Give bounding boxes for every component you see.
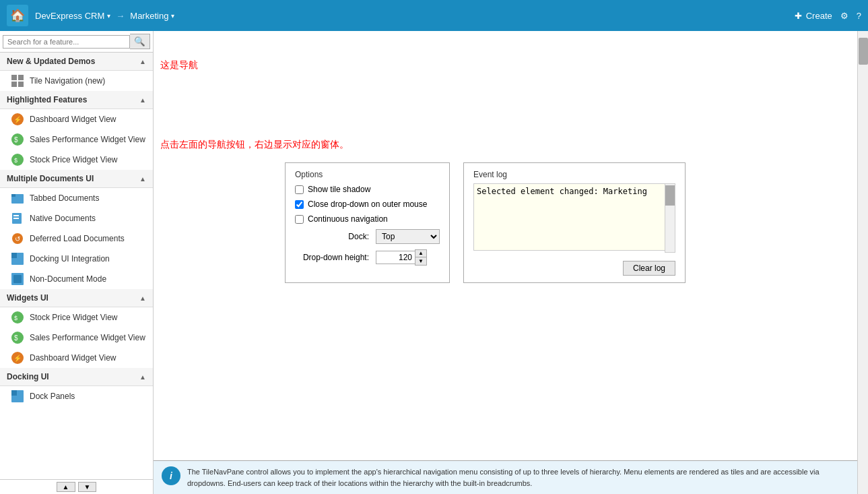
close-dropdown-row: Close drop-down on outer mouse	[295, 199, 440, 209]
dock-select[interactable]: Top Bottom Left Right	[376, 229, 440, 244]
sidebar-item-native-documents[interactable]: Native Documents	[0, 208, 153, 228]
clear-log-button[interactable]: Clear log	[623, 261, 675, 276]
svg-rect-1	[18, 75, 24, 80]
sidebar-item-stock-price-widget[interactable]: $ Stock Price Widget View	[0, 307, 153, 328]
spin-down[interactable]: ▼	[415, 257, 426, 265]
svg-rect-14	[13, 218, 19, 219]
app-header: 🏠 DevExpress CRM ▾ → Marketing ▾ ✚ Creat…	[0, 0, 868, 31]
sidebar-item-dashboard-widget[interactable]: ⚡ Dashboard Widget View	[0, 348, 153, 368]
main-layout: 🔍 New & Updated Demos ▲ Tile Navigation …	[0, 31, 868, 494]
section-label-highlighted: Highlighted Features	[7, 95, 87, 104]
event-log-textarea[interactable]	[473, 183, 675, 251]
sidebar-section-highlighted: Highlighted Features ▲ ⚡ Dashboard Widge…	[0, 91, 153, 170]
dock-panels-label: Dock Panels	[30, 392, 75, 401]
search-bar: 🔍	[0, 31, 153, 53]
sidebar-section-header-docking-ui[interactable]: Docking UI ▲	[0, 368, 153, 386]
sidebar-item-docking-ui[interactable]: Docking UI Integration	[0, 249, 153, 269]
dropdown-height-row: Drop-down height: 120 ▲ ▼	[295, 249, 440, 266]
docking-ui-label: Docking UI Integration	[30, 254, 110, 264]
event-log-content-wrap	[473, 183, 675, 253]
marketing-caret-icon: ▾	[171, 12, 174, 20]
native-documents-label: Native Documents	[30, 214, 96, 223]
sidebar-section-header-multiple-docs[interactable]: Multiple Documents UI ▲	[0, 170, 153, 188]
spin-up[interactable]: ▲	[415, 250, 426, 257]
info-bar: i The TileNavPane control allows you to …	[154, 460, 857, 494]
tabbed-documents-label: Tabbed Documents	[30, 193, 99, 203]
dashboard-widget-icon: ⚡	[11, 351, 24, 365]
collapse-icon-highlighted: ▲	[139, 96, 146, 104]
sales-performance-widget-label: Sales Performance Widget View	[30, 333, 145, 342]
continuous-nav-row: Continuous navigation	[295, 214, 440, 224]
sidebar-item-sales-performance-widget[interactable]: $ Sales Performance Widget View	[0, 328, 153, 348]
sidebar-item-dock-panels[interactable]: Dock Panels	[0, 386, 153, 406]
sidebar-item-stock-price-view[interactable]: $ Stock Price Widget View	[0, 150, 153, 170]
sidebar-item-non-document[interactable]: Non-Document Mode	[0, 269, 153, 289]
show-tile-shadow-checkbox[interactable]	[295, 185, 304, 194]
svg-rect-28	[11, 390, 17, 396]
native-icon	[11, 212, 24, 225]
create-icon: ✚	[795, 11, 802, 21]
sidebar-bottom: ▲ ▼	[0, 479, 153, 494]
sidebar-item-tabbed-documents[interactable]: Tabbed Documents	[0, 188, 153, 208]
tools-icon: ⚙	[840, 11, 848, 21]
non-document-label: Non-Document Mode	[30, 274, 106, 284]
sidebar-section-docking-ui: Docking UI ▲ Dock Panels	[0, 368, 153, 406]
stock-icon: $	[11, 153, 24, 166]
svg-text:⚡: ⚡	[13, 354, 22, 363]
dock-panels-icon	[11, 390, 24, 403]
show-tile-shadow-row: Show tile shadow	[295, 185, 440, 194]
tile-nav-icon	[11, 74, 24, 88]
crm-dropdown[interactable]: DevExpress CRM ▾	[35, 11, 110, 21]
breadcrumb-arrow: →	[116, 11, 125, 21]
svg-rect-13	[13, 215, 19, 216]
svg-text:$: $	[14, 157, 18, 164]
crm-label: DevExpress CRM	[35, 11, 104, 21]
section-label-widgets-ui: Widgets UI	[7, 293, 48, 303]
stock-price-widget-label: Stock Price Widget View	[30, 313, 118, 322]
dock-label: Dock:	[295, 232, 369, 241]
sidebar-section-header-widgets-ui[interactable]: Widgets UI ▲	[0, 289, 153, 307]
close-dropdown-checkbox[interactable]	[295, 200, 304, 209]
continuous-nav-checkbox[interactable]	[295, 215, 304, 224]
sidebar-item-deferred-load[interactable]: ↺ Deferred Load Documents	[0, 228, 153, 249]
collapse-icon-multiple-docs: ▲	[139, 175, 146, 183]
create-button[interactable]: ✚ Create	[795, 11, 832, 21]
sidebar-item-sales-performance-view[interactable]: $ Sales Performance Widget View	[0, 129, 153, 150]
sidebar: 🔍 New & Updated Demos ▲ Tile Navigation …	[0, 31, 154, 494]
search-input[interactable]	[3, 35, 130, 49]
svg-text:↺: ↺	[15, 235, 20, 243]
nondoc-icon	[11, 272, 24, 286]
annotation-click: 点击左面的导航按钮，右边显示对应的窗体。	[160, 139, 349, 151]
section-label-multiple-docs: Multiple Documents UI	[7, 174, 94, 183]
sidebar-scroll-down[interactable]: ▼	[78, 482, 97, 492]
dashboard-icon: ⚡	[11, 113, 24, 126]
content: 这是导航 点击左面的导航按钮，右边显示对应的窗体。 Options Show t…	[154, 31, 857, 494]
collapse-icon-docking-ui: ▲	[139, 373, 146, 381]
info-text: The TileNavPane control allows you to im…	[187, 466, 848, 489]
search-button[interactable]: 🔍	[130, 34, 150, 49]
sidebar-section-header-new-updated[interactable]: New & Updated Demos ▲	[0, 53, 153, 71]
right-scrollbar	[857, 31, 868, 494]
help-icon: ?	[857, 11, 861, 21]
sidebar-section-header-highlighted[interactable]: Highlighted Features ▲	[0, 91, 153, 109]
options-panel: Options Show tile shadow Close drop-down…	[285, 162, 686, 283]
continuous-nav-label: Continuous navigation	[308, 214, 388, 224]
stock-widget-icon: $	[11, 311, 24, 324]
sidebar-item-dashboard-widget-view[interactable]: ⚡ Dashboard Widget View	[0, 109, 153, 129]
help-button[interactable]: ?	[857, 11, 861, 21]
dropdown-height-input-wrap: 120 ▲ ▼	[376, 249, 427, 266]
scrollbar-thumb[interactable]	[859, 38, 868, 65]
collapse-icon-new-updated: ▲	[139, 58, 146, 65]
marketing-dropdown[interactable]: Marketing ▾	[130, 11, 174, 21]
breadcrumb: DevExpress CRM ▾ → Marketing ▾	[35, 11, 174, 21]
svg-text:$: $	[14, 315, 18, 321]
tools-button[interactable]: ⚙	[840, 11, 848, 21]
home-button[interactable]: 🏠	[7, 5, 28, 26]
dropdown-height-label: Drop-down height:	[295, 253, 369, 262]
sidebar-item-tile-navigation[interactable]: Tile Navigation (new)	[0, 71, 153, 91]
svg-rect-3	[18, 82, 24, 87]
svg-rect-20	[13, 275, 22, 283]
event-log-box: Event log Clear log	[463, 162, 686, 283]
sidebar-scroll-up[interactable]: ▲	[57, 482, 75, 492]
dropdown-height-input[interactable]: 120	[376, 251, 415, 264]
